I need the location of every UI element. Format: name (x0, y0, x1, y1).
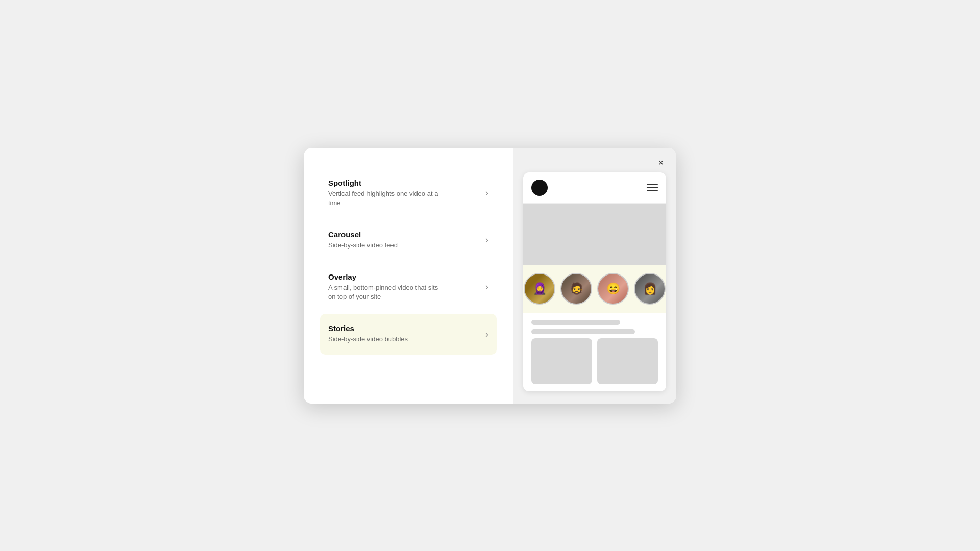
story-bubble-2[interactable]: 🧔 (560, 273, 592, 305)
carousel-desc: Side-by-side video feed (328, 241, 398, 250)
modal: Spotlight Vertical feed highlights one v… (304, 148, 676, 404)
menu-item-overlay[interactable]: Overlay A small, bottom-pinned video tha… (320, 262, 497, 312)
carousel-content: Carousel Side-by-side video feed (328, 230, 398, 250)
story-bubble-4[interactable]: 👩 (634, 273, 666, 305)
carousel-title: Carousel (328, 230, 398, 239)
phone-header (523, 172, 666, 204)
skeleton-line-1 (531, 320, 620, 325)
stories-desc: Side-by-side video bubbles (328, 335, 408, 344)
skeleton-line-2 (531, 329, 635, 334)
carousel-chevron-icon: › (485, 235, 488, 245)
stories-row: 🧕 🧔 😄 👩 (529, 273, 660, 305)
spotlight-content: Spotlight Vertical feed highlights one v… (328, 179, 440, 208)
skeleton-cards-row (531, 338, 658, 384)
hamburger-line-2 (647, 187, 658, 188)
phone-stories-section: 🧕 🧔 😄 👩 (523, 265, 666, 313)
close-button[interactable]: × (654, 156, 668, 170)
skeleton-card-2 (597, 338, 658, 384)
spotlight-title: Spotlight (328, 179, 440, 187)
phone-logo-icon (531, 180, 548, 196)
story-avatar-4: 👩 (635, 274, 665, 304)
menu-item-stories[interactable]: Stories Side-by-side video bubbles › (320, 314, 497, 354)
spotlight-chevron-icon: › (485, 188, 488, 198)
overlay-content: Overlay A small, bottom-pinned video tha… (328, 272, 440, 302)
phone-mockup: 🧕 🧔 😄 👩 (523, 172, 666, 391)
story-bubble-1[interactable]: 🧕 (524, 273, 555, 305)
hamburger-line-1 (647, 184, 658, 185)
hamburger-icon (647, 184, 658, 192)
story-bubble-3[interactable]: 😄 (597, 273, 629, 305)
overlay-desc: A small, bottom-pinned video that sits o… (328, 283, 440, 302)
story-avatar-1: 🧕 (525, 274, 554, 304)
story-avatar-2: 🧔 (561, 274, 591, 304)
overlay-chevron-icon: › (485, 282, 488, 292)
menu-item-carousel[interactable]: Carousel Side-by-side video feed › (320, 220, 497, 260)
phone-gray-placeholder (523, 204, 666, 265)
hamburger-line-3 (647, 190, 658, 192)
stories-content: Stories Side-by-side video bubbles (328, 324, 408, 344)
spotlight-desc: Vertical feed highlights one video at a … (328, 189, 440, 208)
right-panel: × 🧕 🧔 (513, 148, 676, 404)
phone-content-skeleton (523, 313, 666, 391)
story-avatar-3: 😄 (598, 274, 628, 304)
stories-title: Stories (328, 324, 408, 333)
stories-chevron-icon: › (485, 329, 488, 340)
skeleton-card-1 (531, 338, 592, 384)
menu-item-spotlight[interactable]: Spotlight Vertical feed highlights one v… (320, 168, 497, 218)
overlay-title: Overlay (328, 272, 440, 281)
left-panel: Spotlight Vertical feed highlights one v… (304, 148, 513, 404)
